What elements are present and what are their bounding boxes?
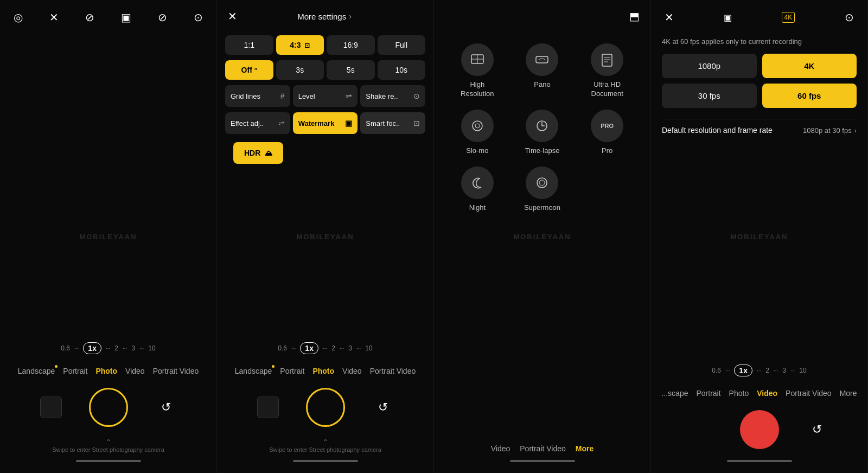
tab-more-p4[interactable]: More	[840, 389, 857, 398]
tab-portrait-video[interactable]: Portrait Video	[153, 367, 199, 375]
res-4k[interactable]: 4K	[762, 54, 857, 78]
zoom-10-p4[interactable]: 10	[799, 367, 806, 374]
tab-portrait-video-p3[interactable]: Portrait Video	[520, 444, 566, 453]
shutter-button[interactable]	[89, 388, 128, 427]
zoom-2-p2[interactable]: 2	[331, 344, 335, 352]
tab-portrait[interactable]: Portrait	[63, 367, 87, 375]
grid-lines-button[interactable]: Grid lines #	[225, 85, 290, 107]
effect-button[interactable]: Effect adj.. ⇌	[225, 112, 290, 134]
ar-1-1[interactable]: 1:1	[225, 35, 273, 55]
zoom-3-p2[interactable]: 3	[348, 344, 352, 352]
tab-portrait-p2[interactable]: Portrait	[280, 367, 304, 375]
ai-icon[interactable]: ◎	[14, 11, 23, 24]
zoom-2-p4[interactable]: 2	[765, 367, 769, 374]
grid-lines-label: Grid lines	[231, 92, 260, 100]
tab-portrait-p4[interactable]: Portrait	[696, 389, 720, 398]
zoom-3-p4[interactable]: 3	[782, 367, 786, 374]
aspect-icon[interactable]: ▣	[121, 11, 131, 24]
resolution-row: 1080p 4K	[662, 54, 857, 78]
record-button[interactable]	[740, 410, 779, 449]
flip-p2[interactable]: ↺	[372, 397, 394, 418]
tab-photo-p2[interactable]: Photo	[312, 367, 334, 375]
flip-camera-button[interactable]: ↺	[155, 397, 177, 418]
chevron-right-res: ›	[854, 126, 857, 135]
tab-portrait-video-p4[interactable]: Portrait Video	[786, 389, 832, 398]
svg-rect-4	[602, 54, 612, 66]
gallery-thumb-p2[interactable]	[257, 397, 279, 418]
timer-5s[interactable]: 5s	[327, 60, 375, 80]
timer-off[interactable]: Off "	[225, 60, 273, 80]
pro-text: PRO	[601, 123, 614, 129]
flip-p4[interactable]: ↺	[806, 419, 828, 440]
mode-supermoon[interactable]: Supermoon	[515, 167, 570, 213]
zoom-level-10[interactable]: 10	[148, 344, 155, 352]
flash-icon[interactable]: ✕	[49, 11, 59, 24]
tab-video[interactable]: Video	[125, 367, 145, 375]
mode-pano[interactable]: Pano	[515, 43, 570, 99]
watermark-button[interactable]: Watermark ▣	[293, 112, 358, 134]
panel-more-modes: ⬒ HighResolution Pano	[434, 0, 651, 473]
shutter-p2[interactable]	[306, 388, 345, 427]
settings-icon-p4[interactable]: ⊙	[845, 11, 854, 24]
fps-30[interactable]: 30 fps	[662, 84, 757, 108]
mode-ultra-hd[interactable]: Ultra HDDocument	[580, 43, 634, 99]
ar-16-9[interactable]: 16:9	[327, 35, 375, 55]
mic-icon[interactable]: ⊘	[158, 11, 167, 24]
video-mode-icon[interactable]: ▣	[724, 12, 732, 23]
zoom-dot3-p2: ···	[340, 346, 344, 351]
gallery-thumbnail[interactable]	[40, 397, 62, 418]
zoom-10-p2[interactable]: 10	[365, 344, 372, 352]
default-res-label: Default resolution and frame rate	[662, 126, 773, 135]
top-toolbar: ◎ ✕ ⊘ ▣ ⊘ ⊙	[0, 0, 216, 29]
svg-point-9	[475, 124, 480, 128]
timer-10s[interactable]: 10s	[378, 60, 426, 80]
tab-landscape-p4[interactable]: ...scape	[661, 389, 688, 398]
tab-video-p2[interactable]: Video	[342, 367, 362, 375]
mode-tabs-p3: Video Portrait Video More	[434, 440, 650, 457]
settings-icon[interactable]: ⊙	[194, 11, 203, 24]
svg-point-12	[539, 180, 545, 186]
close-button[interactable]: ✕	[228, 10, 237, 23]
mode-night[interactable]: Night	[450, 167, 505, 213]
hdr-button[interactable]: HDR ⛰	[233, 142, 283, 164]
night-icon	[461, 167, 494, 199]
tab-landscape-p2[interactable]: Landscape	[235, 367, 272, 375]
fps-60[interactable]: 60 fps	[762, 84, 857, 108]
tab-portrait-video-p2[interactable]: Portrait Video	[370, 367, 416, 375]
top-bar-p4: ✕ ▣ 4K ⊙	[651, 0, 867, 29]
tab-more-p3[interactable]: More	[576, 444, 593, 453]
mode-high-resolution[interactable]: HighResolution	[450, 43, 505, 99]
zoom-1x-p2[interactable]: 1x	[300, 342, 318, 354]
tab-photo[interactable]: Photo	[95, 367, 117, 375]
mode-slomo[interactable]: Slo-mo	[450, 110, 505, 156]
zoom-1x-p4[interactable]: 1x	[734, 365, 752, 376]
zoom-06-p2[interactable]: 0.6	[278, 344, 287, 352]
smart-focus-icon: ⊡	[413, 119, 420, 127]
zoom-06-p4[interactable]: 0.6	[712, 367, 721, 374]
timer-icon[interactable]: ⊘	[85, 11, 94, 24]
shake-button[interactable]: Shake re.. ⊙	[360, 85, 425, 107]
tab-video-p4[interactable]: Video	[757, 389, 777, 398]
tab-landscape[interactable]: Landscape	[18, 367, 55, 375]
res-1080p[interactable]: 1080p	[662, 54, 757, 78]
ar-full[interactable]: Full	[378, 35, 426, 55]
panel-main-camera: ◎ ✕ ⊘ ▣ ⊘ ⊙ MOBILEYAAN 0.6 ··· 1x ··· 2 …	[0, 0, 217, 473]
level-button[interactable]: Level ⇌	[293, 85, 358, 107]
share-icon[interactable]: ⬒	[629, 10, 640, 23]
zoom-level-3[interactable]: 3	[131, 344, 135, 352]
ar-4-3[interactable]: 4:3 ⊡	[276, 35, 324, 55]
timer-3s[interactable]: 3s	[276, 60, 324, 80]
settings-grid-1: Grid lines # Level ⇌ Shake re.. ⊙	[217, 82, 433, 110]
mode-timelapse[interactable]: Time-lapse	[515, 110, 570, 156]
4k-badge[interactable]: 4K	[782, 12, 795, 23]
zoom-level-1x[interactable]: 1x	[83, 342, 101, 354]
zoom-level-2[interactable]: 2	[114, 344, 118, 352]
zoom-level-06[interactable]: 0.6	[61, 344, 70, 352]
video-note: 4K at 60 fps applies only to current rec…	[662, 37, 857, 46]
smart-focus-button[interactable]: Smart foc.. ⊡	[360, 112, 425, 134]
default-res-row[interactable]: Default resolution and frame rate 1080p …	[662, 119, 857, 141]
tab-photo-p4[interactable]: Photo	[729, 389, 749, 398]
mode-pro[interactable]: PRO Pro	[580, 110, 634, 156]
flash-icon-p4[interactable]: ✕	[665, 11, 674, 24]
tab-video-p3[interactable]: Video	[491, 444, 510, 453]
